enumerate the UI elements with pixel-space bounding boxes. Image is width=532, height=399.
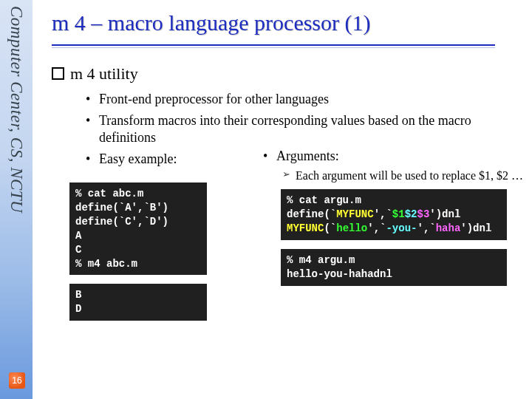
code-block-argu-output: % m4 argu.m hello-you-hahadnl	[281, 249, 507, 286]
example-columns: % cat abc.m define(`A',`B') define(`C',`…	[52, 149, 526, 321]
code-block-abc-output: B D	[69, 284, 207, 321]
bullet-item: Transform macros into their correspondin…	[86, 112, 526, 146]
title-underline	[52, 44, 495, 48]
section-heading-text: m 4 utility	[70, 64, 138, 83]
right-column: Arguments: Each argument will be used to…	[263, 149, 526, 321]
left-column: % cat abc.m define(`A',`B') define(`C',`…	[52, 149, 236, 321]
sidebar-label: Computer Center, CS, NCTU	[7, 6, 26, 213]
sidebar: Computer Center, CS, NCTU	[0, 0, 33, 399]
square-bullet-icon	[52, 67, 64, 80]
arguments-sub: Each argument will be used to replace $1…	[282, 168, 526, 183]
bullet-item: Front-end preprocessor for other languag…	[86, 91, 526, 108]
code-block-argu-m: % cat argu.m define(`MYFUNC',`$1$2$3')dn…	[281, 189, 507, 240]
code-block-abc-m: % cat abc.m define(`A',`B') define(`C',`…	[69, 183, 207, 275]
section-heading: m 4 utility	[52, 64, 526, 83]
arguments-heading: Arguments:	[263, 149, 526, 164]
slide-content: m 4 – macro language processor (1) m 4 u…	[52, 0, 526, 399]
page-number-badge: 16	[9, 372, 25, 389]
slide-title: m 4 – macro language processor (1)	[52, 10, 526, 35]
